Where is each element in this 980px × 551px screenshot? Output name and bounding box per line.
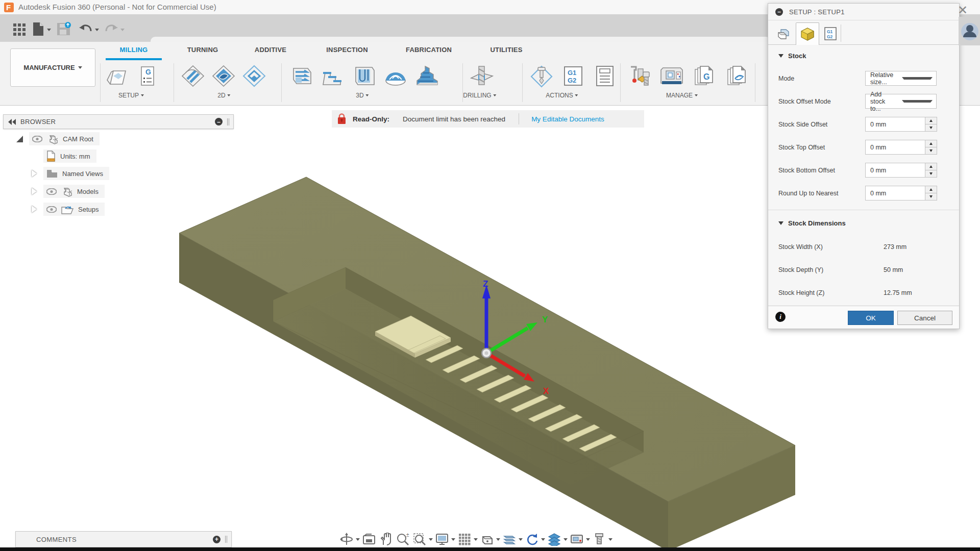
3d-steep-icon[interactable] <box>351 63 377 89</box>
machine-display-icon[interactable] <box>569 532 584 547</box>
look-at-icon[interactable] <box>361 532 377 547</box>
layers-caret[interactable] <box>564 538 568 541</box>
avatar[interactable] <box>960 21 980 42</box>
dialog-minimize-icon[interactable]: – <box>775 8 783 16</box>
undo-caret[interactable] <box>95 29 99 31</box>
browser-header[interactable]: BROWSER – <box>3 114 234 129</box>
drill-icon[interactable] <box>469 63 495 89</box>
expand-arrow-icon[interactable] <box>32 188 37 195</box>
simulate-icon[interactable] <box>528 63 555 89</box>
cancel-button[interactable]: Cancel <box>897 311 952 325</box>
group-label-drilling[interactable]: DRILLING <box>463 92 496 99</box>
tree-item-models[interactable]: Models <box>3 185 233 198</box>
expand-arrow-icon[interactable] <box>32 206 37 213</box>
stock-section-header[interactable]: Stock <box>778 52 806 60</box>
2d-face-icon[interactable] <box>210 63 237 89</box>
tool-display-caret[interactable] <box>608 538 612 541</box>
viewports-icon[interactable] <box>479 532 495 547</box>
tree-item-setups[interactable]: Setups <box>3 203 233 216</box>
gcode-list-icon[interactable]: G <box>134 63 160 89</box>
tree-item-cam-root[interactable]: CAM Root <box>3 132 233 145</box>
grid-snaps-icon[interactable] <box>457 532 472 547</box>
setup-sheet-icon[interactable] <box>592 63 618 89</box>
info-icon[interactable]: i <box>775 312 786 322</box>
stock-model[interactable] <box>179 177 795 548</box>
layers-icon[interactable] <box>547 532 562 547</box>
tool-library-icon[interactable] <box>626 63 653 89</box>
group-label-3d[interactable]: 3D <box>356 92 369 99</box>
tab-additive[interactable]: ADDITIVE <box>255 46 286 58</box>
mode-select[interactable]: Relative size... <box>865 71 937 86</box>
stock-side-offset-input[interactable]: 0 mm <box>865 117 925 132</box>
tab-stock-icon[interactable] <box>796 22 819 45</box>
refresh-caret[interactable] <box>541 538 545 541</box>
stock-side-offset-stepper[interactable] <box>925 117 937 132</box>
orbit-icon[interactable] <box>339 532 354 547</box>
display-settings-caret[interactable] <box>451 538 455 541</box>
round-up-input[interactable]: 0 mm <box>865 186 925 201</box>
expand-arrow-icon[interactable] <box>32 170 37 177</box>
group-label-manage[interactable]: MANAGE <box>666 92 698 99</box>
3d-spiral-icon[interactable] <box>414 63 440 89</box>
comments-bar[interactable]: COMMENTS + <box>15 531 232 547</box>
stock-bottom-offset-stepper[interactable] <box>925 163 937 178</box>
tab-milling[interactable]: MILLING <box>120 46 148 58</box>
post-library-icon[interactable]: G <box>691 63 718 89</box>
3d-pocket-icon[interactable] <box>319 63 346 89</box>
tool-display-icon[interactable] <box>592 532 607 547</box>
group-label-2d[interactable]: 2D <box>217 92 230 99</box>
zoom-window-caret[interactable] <box>429 538 433 541</box>
stock-dimensions-header[interactable]: Stock Dimensions <box>778 219 846 227</box>
tree-item-named-views[interactable]: Named Views <box>3 167 233 180</box>
tab-fabrication[interactable]: FABRICATION <box>406 46 452 58</box>
visibility-eye-icon[interactable] <box>46 206 57 213</box>
undo-icon[interactable] <box>79 23 92 35</box>
group-label-actions[interactable]: ACTIONS <box>546 92 578 99</box>
add-comment-icon[interactable]: + <box>213 536 220 543</box>
viewports-caret[interactable] <box>496 538 500 541</box>
browser-minimize-icon[interactable]: – <box>215 118 223 126</box>
tab-utilities[interactable]: UTILITIES <box>490 46 522 58</box>
visibility-eye-icon[interactable] <box>46 188 57 195</box>
template-library-icon[interactable] <box>724 63 750 89</box>
workspace-switcher-button[interactable]: MANUFACTURE <box>10 48 95 87</box>
file-menu-icon[interactable] <box>33 22 44 36</box>
ok-button[interactable]: OK <box>848 311 894 325</box>
group-label-setup[interactable]: SETUP <box>118 92 144 99</box>
steps-caret[interactable] <box>519 538 523 541</box>
3d-adaptive-icon[interactable] <box>287 63 314 89</box>
tab-setup-icon[interactable] <box>772 22 795 44</box>
editable-documents-link[interactable]: My Editable Documents <box>531 115 604 123</box>
stock-top-offset-stepper[interactable] <box>925 140 937 155</box>
post-process-icon[interactable]: G1 G2 <box>560 63 586 89</box>
orbit-caret[interactable] <box>356 538 360 541</box>
comments-drag-handle[interactable] <box>225 536 227 543</box>
browser-drag-handle[interactable] <box>227 118 229 126</box>
tab-post-icon[interactable]: G1 G2 <box>819 22 842 44</box>
close-icon[interactable]: ✕ <box>957 4 969 16</box>
file-menu-caret[interactable] <box>47 29 51 31</box>
pan-icon[interactable] <box>378 532 394 547</box>
round-up-stepper[interactable] <box>925 186 937 201</box>
2d-contour-icon[interactable] <box>241 63 267 89</box>
tab-turning[interactable]: TURNING <box>187 46 218 58</box>
app-grid-icon[interactable] <box>13 23 26 36</box>
stock-top-offset-input[interactable]: 0 mm <box>865 140 925 155</box>
visibility-eye-icon[interactable] <box>32 136 42 142</box>
expand-icon[interactable] <box>16 136 23 142</box>
stock-offset-mode-select[interactable]: Add stock to... <box>865 94 937 109</box>
collapse-icon[interactable] <box>8 119 16 125</box>
zoom-icon[interactable]: ± <box>395 532 410 547</box>
3d-morphed-icon[interactable] <box>382 63 409 89</box>
refresh-icon[interactable] <box>524 532 540 547</box>
stock-bottom-offset-input[interactable]: 0 mm <box>865 163 925 178</box>
tree-item-units[interactable]: Units: mm <box>3 149 233 163</box>
grid-snaps-caret[interactable] <box>474 538 478 541</box>
display-settings-icon[interactable] <box>434 532 450 547</box>
machine-library-icon[interactable] <box>658 63 685 89</box>
setup-dialog-header[interactable]: – SETUP : SETUP1 <box>768 4 959 20</box>
new-setup-icon[interactable] <box>105 63 131 89</box>
zoom-window-icon[interactable] <box>412 532 427 547</box>
machine-display-caret[interactable] <box>586 538 590 541</box>
2d-pocket-icon[interactable] <box>180 63 206 89</box>
